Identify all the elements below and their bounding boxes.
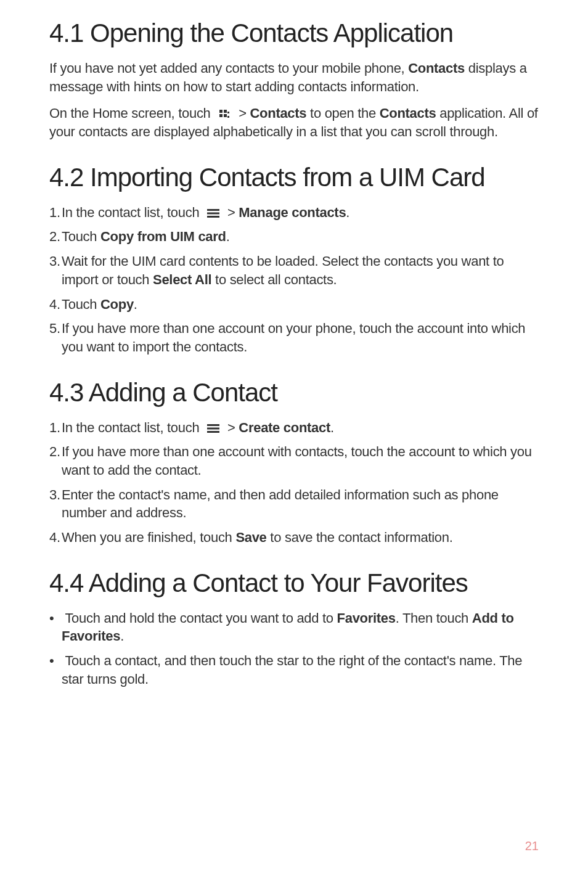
svg-rect-11 — [207, 431, 219, 433]
text: . — [346, 205, 349, 220]
section-heading-4-4: 4.4 Adding a Contact to Your Favorites — [49, 568, 539, 598]
section-heading-4-3: 4.3 Adding a Contact — [49, 378, 539, 408]
list-number: 3. — [49, 486, 62, 504]
svg-rect-0 — [219, 110, 223, 113]
list-number: 3. — [49, 252, 62, 271]
text: If you have more than one account on you… — [62, 321, 525, 354]
bold-text: Select All — [153, 272, 211, 287]
svg-rect-10 — [207, 427, 219, 429]
list-number: 2. — [49, 227, 62, 246]
svg-rect-4 — [227, 112, 229, 113]
list-item: 3. Enter the contact's name, and then ad… — [49, 486, 539, 522]
bold-text: Save — [235, 530, 266, 545]
text: to open the — [306, 105, 379, 121]
svg-rect-1 — [224, 110, 227, 113]
page-number: 21 — [525, 839, 539, 853]
svg-rect-8 — [207, 216, 219, 218]
text: When you are finished, touch — [62, 530, 235, 545]
menu-list-icon — [203, 424, 224, 433]
bold-text: Contacts — [408, 60, 465, 76]
bold-text: Create contact — [239, 420, 330, 435]
text: Touch a contact, and then touch the star… — [62, 653, 522, 687]
list-number: 1. — [49, 203, 62, 222]
bullet-list: Touch and hold the contact you want to a… — [49, 609, 539, 689]
text: In the contact list, touch — [62, 420, 203, 435]
svg-rect-2 — [219, 114, 223, 117]
list-item: Touch and hold the contact you want to a… — [49, 609, 539, 645]
bold-text: Contacts — [250, 105, 307, 121]
text: > — [235, 105, 250, 121]
text: On the Home screen, touch — [49, 105, 214, 121]
list-number: 5. — [49, 319, 62, 338]
bold-text: Manage contacts — [239, 205, 346, 220]
list-item: 3. Wait for the UIM card contents to be … — [49, 252, 539, 289]
bold-text: Copy from UIM card — [100, 229, 226, 244]
text: Touch — [62, 229, 100, 244]
list-item: 1. In the contact list, touch > Create c… — [49, 419, 539, 437]
text: . — [330, 420, 334, 435]
text: to save the contact information. — [267, 530, 453, 545]
text: Touch — [62, 297, 100, 312]
section-heading-4-1: 4.1 Opening the Contacts Application — [49, 18, 539, 48]
paragraph: If you have not yet added any contacts t… — [49, 59, 539, 96]
list-item: 1. In the contact list, touch > Manage c… — [49, 203, 539, 222]
paragraph: On the Home screen, touch > Contacts to … — [49, 104, 539, 141]
text: . — [226, 229, 230, 244]
list-number: 2. — [49, 443, 62, 461]
text: to select all contacts. — [211, 272, 337, 287]
apps-grid-icon — [214, 109, 235, 121]
bold-text: Favorites — [337, 610, 396, 626]
bold-text: Copy — [100, 297, 134, 312]
svg-rect-9 — [207, 424, 219, 426]
text: Touch and hold the contact you want to a… — [65, 610, 337, 626]
ordered-list: 1. In the contact list, touch > Manage c… — [49, 203, 539, 356]
menu-list-icon — [203, 208, 224, 218]
text: . — [120, 628, 124, 644]
svg-rect-5 — [227, 116, 229, 118]
list-item: 2. If you have more than one account wit… — [49, 443, 539, 479]
list-item: 4. When you are finished, touch Save to … — [49, 528, 539, 547]
text: If you have not yet added any contacts t… — [49, 60, 408, 76]
list-number: 4. — [49, 295, 62, 314]
text: If you have more than one account with c… — [62, 444, 532, 478]
text: In the contact list, touch — [62, 205, 203, 220]
text: . — [134, 297, 137, 312]
svg-rect-6 — [207, 209, 219, 211]
text: > — [224, 420, 239, 435]
bold-text: Contacts — [380, 105, 436, 121]
ordered-list: 1. In the contact list, touch > Create c… — [49, 419, 539, 547]
list-item: 5. If you have more than one account on … — [49, 319, 539, 356]
list-item: Touch a contact, and then touch the star… — [49, 652, 539, 688]
section-heading-4-2: 4.2 Importing Contacts from a UIM Card — [49, 163, 539, 192]
text: . Then touch — [396, 610, 472, 626]
list-item: 4. Touch Copy. — [49, 295, 539, 314]
list-number: 1. — [49, 419, 62, 437]
text: > — [224, 205, 239, 220]
list-number: 4. — [49, 528, 62, 547]
svg-rect-3 — [224, 114, 227, 117]
text: Enter the contact's name, and then add d… — [62, 487, 499, 521]
svg-rect-7 — [207, 212, 219, 214]
list-item: 2. Touch Copy from UIM card. — [49, 227, 539, 246]
